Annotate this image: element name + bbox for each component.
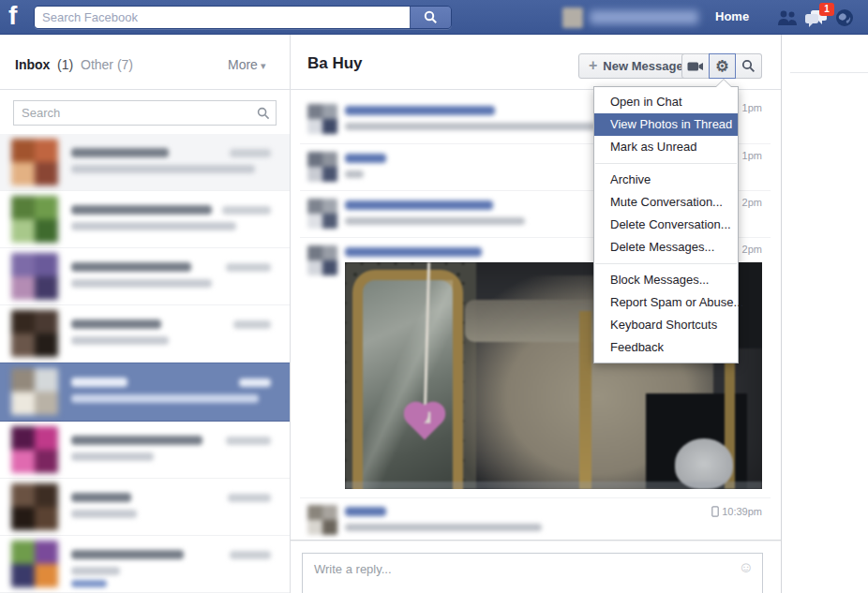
mirror-frame (352, 270, 463, 489)
timestamp-blurred (226, 263, 271, 272)
conversation-list-item[interactable] (0, 422, 290, 479)
message-avatar[interactable] (307, 245, 337, 275)
menu-item-view-photos-in-thread[interactable]: View Photos in Thread (594, 113, 738, 136)
menu-item-mute-conversation[interactable]: Mute Conversation... (594, 191, 738, 214)
conversation-list-item[interactable] (0, 305, 290, 363)
message-preview-blurred (71, 222, 236, 230)
thread-search-button[interactable] (735, 53, 762, 79)
message-preview-blurred (71, 510, 137, 518)
sidebar-divider (290, 35, 291, 593)
gear-icon: ⚙ (715, 59, 728, 74)
search-icon (424, 10, 438, 24)
global-search-input[interactable] (35, 7, 410, 28)
search-icon (741, 59, 756, 73)
timestamp-blurred (233, 320, 271, 329)
message-preview-blurred (71, 567, 120, 575)
global-search-button[interactable] (410, 7, 451, 28)
message-separator (300, 497, 771, 498)
facebook-logo[interactable]: f (8, 1, 17, 31)
avatar (11, 368, 58, 415)
conversation-list-item[interactable] (0, 536, 290, 593)
menu-item-mark-as-unread[interactable]: Mark as Unread (594, 136, 738, 158)
avatar (11, 426, 58, 473)
menu-item-feedback[interactable]: Feedback (594, 336, 738, 359)
menu-item-delete-conversation[interactable]: Delete Conversation... (594, 214, 738, 236)
conversation-list-item[interactable] (0, 479, 290, 536)
friends-icon (776, 9, 799, 26)
menu-item-delete-messages[interactable]: Delete Messages... (594, 236, 738, 259)
timestamp-blurred (222, 206, 271, 215)
home-link[interactable]: Home (715, 9, 749, 23)
sender-name-blurred[interactable] (345, 200, 493, 210)
tab-inbox[interactable]: Inbox (15, 57, 50, 72)
menu-item-keyboard-shortcuts[interactable]: Keyboard Shortcuts (594, 314, 738, 336)
timestamp-blurred (230, 551, 271, 559)
profile-name-blurred[interactable] (590, 10, 698, 24)
message-preview-blurred (71, 336, 169, 345)
menu-item-archive[interactable]: Archive (594, 169, 738, 191)
global-search (34, 6, 452, 29)
conversation-list-item[interactable] (0, 134, 290, 191)
reply-composer[interactable]: Write a reply... ☺ (302, 553, 763, 593)
conversation-title: Ba Huy (307, 54, 363, 73)
notifications-button[interactable] (833, 8, 856, 27)
menu-item-report-spam-or-abuse[interactable]: Report Spam or Abuse... (594, 291, 738, 314)
video-call-button[interactable] (681, 53, 710, 79)
link-preview-blurred (71, 580, 107, 587)
avatar (11, 310, 58, 357)
actions-gear-button[interactable]: ⚙ (709, 53, 736, 79)
menu-item-block-messages[interactable]: Block Messages... (594, 269, 738, 291)
message-text-blurred (345, 123, 596, 130)
contact-name-blurred (71, 436, 202, 445)
wardrobe-frame-bar (579, 311, 591, 489)
conversation-list (0, 134, 290, 593)
search-icon (257, 107, 270, 120)
messages-unread-badge: 1 (819, 3, 834, 16)
contact-name-blurred (71, 262, 191, 272)
chevron-down-icon: ▾ (261, 60, 266, 71)
sidebar-search (13, 100, 277, 126)
menu-separator (595, 163, 737, 164)
more-dropdown[interactable]: More▾ (228, 57, 265, 72)
avatar (11, 253, 58, 300)
video-camera-icon (687, 60, 704, 73)
friend-requests-button[interactable] (776, 8, 799, 27)
sidebar-search-button[interactable] (251, 107, 276, 120)
menu-item-open-in-chat[interactable]: Open in Chat (594, 91, 738, 113)
contact-name-blurred (71, 205, 212, 215)
conversation-list-item[interactable] (0, 248, 290, 305)
sender-name-blurred[interactable] (345, 154, 386, 163)
conversation-list-item[interactable] (0, 191, 290, 248)
reply-placeholder: Write a reply... (314, 562, 392, 576)
message-text-blurred (345, 170, 364, 178)
tab-other[interactable]: Other (7) (81, 57, 133, 72)
plus-icon: + (589, 57, 597, 74)
message-preview-blurred (71, 279, 212, 288)
message-avatar[interactable] (307, 199, 337, 229)
actions-dropdown-menu: Open in Chat View Photos in Thread Mark … (593, 86, 739, 363)
heart-charm (422, 412, 430, 423)
message-timestamp: 2pm (742, 197, 762, 208)
sender-name-blurred[interactable] (345, 507, 386, 516)
contact-name-blurred (71, 148, 169, 157)
top-nav-bar: f Home 1 (0, 0, 868, 35)
timestamp-blurred (228, 494, 271, 502)
thread-bottom-divider (291, 540, 781, 541)
sender-name-blurred[interactable] (345, 106, 495, 115)
profile-avatar[interactable] (562, 7, 583, 28)
timestamp-blurred (230, 149, 271, 157)
message-avatar[interactable] (307, 152, 337, 182)
avatar (11, 541, 58, 587)
message-avatar[interactable] (307, 104, 337, 134)
contact-name-blurred (71, 493, 131, 502)
right-column-divider (781, 35, 782, 593)
sender-name-blurred[interactable] (345, 247, 482, 257)
sidebar-search-input[interactable] (14, 106, 251, 120)
conversation-list-item-selected[interactable] (0, 363, 290, 422)
inbox-count: (1) (57, 57, 73, 72)
avatar (11, 139, 58, 185)
emoticon-button[interactable]: ☺ (739, 559, 754, 576)
message-avatar[interactable] (307, 505, 337, 535)
menu-caret (716, 80, 731, 87)
new-message-button[interactable]: + New Message (578, 53, 694, 79)
